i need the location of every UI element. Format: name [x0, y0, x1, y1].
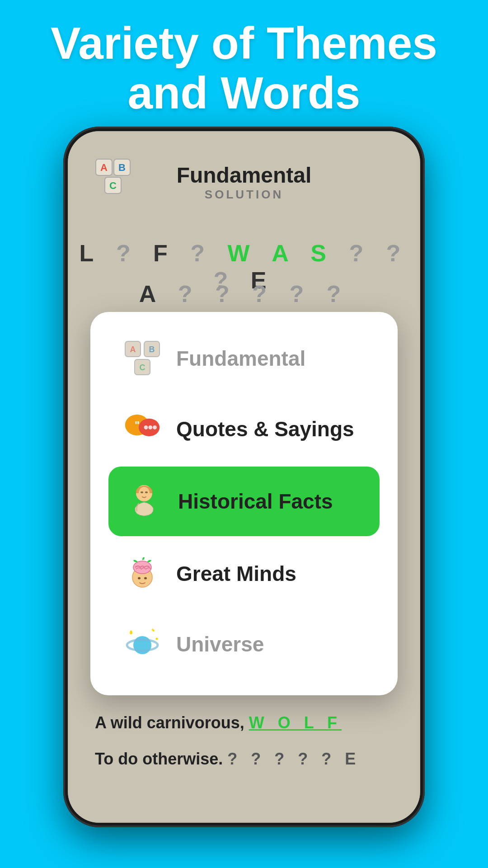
menu-item-quotes[interactable]: " Quotes & Sayings [108, 396, 380, 462]
historical-label: Historical Facts [178, 489, 333, 514]
svg-point-20 [141, 491, 143, 493]
svg-point-25 [144, 577, 147, 580]
phone-screen: A B C Fundamental SOLUTION L ? F ? W A S… [68, 131, 420, 823]
svg-point-23 [133, 561, 151, 574]
q3: ? [349, 240, 371, 266]
universe-label: Universe [176, 632, 264, 656]
menu-item-universe[interactable]: Universe [108, 611, 380, 677]
clue1-answer: W O L F [249, 713, 342, 732]
header-line2: and Words [27, 68, 461, 118]
universe-icon [122, 624, 163, 665]
q6: ? [178, 281, 201, 307]
q10: ? [327, 281, 349, 307]
svg-text:A: A [130, 345, 136, 354]
great-minds-icon [122, 553, 163, 594]
letter-F: F [153, 240, 176, 266]
svg-text:B: B [118, 162, 126, 173]
quotes-label: Quotes & Sayings [176, 417, 354, 441]
svg-text:C: C [140, 363, 145, 372]
game-header: A B C Fundamental SOLUTION [68, 158, 420, 202]
svg-text:A: A [100, 162, 108, 173]
svg-text:B: B [149, 345, 155, 354]
svg-point-24 [138, 577, 141, 580]
historical-icon [124, 481, 164, 522]
quotes-icon: " [122, 409, 163, 449]
q4: ? [386, 240, 409, 266]
q1: ? [116, 240, 139, 266]
letter-A2: A [139, 281, 164, 307]
app-logo: A B C [95, 158, 131, 194]
bottom-clue-2: To do otherwise. ? ? ? ? ? E [95, 750, 393, 769]
letter-A: A [272, 240, 296, 266]
clue2-text: To do otherwise. [95, 750, 223, 768]
svg-point-15 [144, 425, 148, 429]
fundamental-label: Fundamental [176, 346, 305, 371]
clue2-answer: ? ? ? ? ? E [227, 750, 360, 768]
svg-text:C: C [109, 180, 117, 191]
theme-menu-card: A B C Fundamental " [90, 312, 398, 695]
fundamental-icon: A B C [122, 338, 163, 379]
phone-frame: A B C Fundamental SOLUTION L ? F ? W A S… [63, 127, 425, 827]
menu-item-great-minds[interactable]: Great Minds [108, 541, 380, 607]
menu-item-historical[interactable]: Historical Facts [108, 467, 380, 536]
q9: ? [289, 281, 312, 307]
q7: ? [215, 281, 238, 307]
page-header: Variety of Themes and Words [0, 18, 488, 118]
great-minds-label: Great Minds [176, 561, 296, 586]
svg-point-16 [148, 425, 152, 429]
letter-row-2: A ? ? ? ? ? [68, 280, 420, 307]
bottom-clue-1: A wild carnivorous, W O L F [95, 713, 393, 732]
letter-S: S [310, 240, 334, 266]
q2: ? [190, 240, 213, 266]
svg-point-21 [145, 491, 148, 493]
svg-point-17 [153, 425, 157, 429]
letter-L: L [80, 240, 102, 266]
letter-W: W [228, 240, 258, 266]
menu-item-fundamental[interactable]: A B C Fundamental [108, 326, 380, 392]
clue1-text: A wild carnivorous, [95, 713, 244, 732]
q8: ? [252, 281, 275, 307]
svg-text:": " [135, 420, 140, 431]
svg-point-30 [156, 638, 158, 640]
header-line1: Variety of Themes [27, 18, 461, 68]
